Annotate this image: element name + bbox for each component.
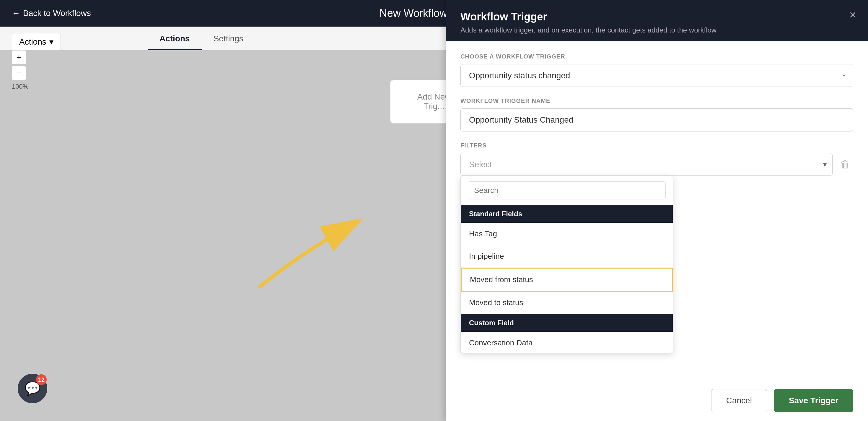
dropdown-group-custom-field: Custom Field <box>461 314 673 332</box>
trigger-name-input[interactable] <box>460 109 853 131</box>
zoom-percentage: 100% <box>12 83 28 90</box>
dropdown-item-moved-from-status[interactable]: Moved from status <box>461 268 673 292</box>
panel-title: Workflow Trigger <box>460 11 853 23</box>
filter-delete-button[interactable]: 🗑 <box>837 156 853 173</box>
filter-row: Select ▾ Standard Fields Has Tag In pipe… <box>460 153 853 176</box>
panel-footer: Cancel Save Trigger <box>446 380 868 421</box>
dropdown-search-container <box>461 176 673 205</box>
dropdown-search-input[interactable] <box>468 181 666 200</box>
filters-label: FILTERS <box>460 142 853 149</box>
dropdown-item-has-tag[interactable]: Has Tag <box>461 223 673 245</box>
actions-chevron-icon: ▾ <box>49 37 54 47</box>
choose-trigger-select[interactable]: Opportunity status changed <box>460 64 853 87</box>
filter-dropdown-popup: Standard Fields Has Tag In pipeline Move… <box>460 176 673 353</box>
save-trigger-button[interactable]: Save Trigger <box>774 389 853 412</box>
back-arrow-icon: ← <box>12 8 20 18</box>
right-panel: Workflow Trigger Adds a workflow trigger… <box>446 0 868 421</box>
dropdown-item-moved-to-status[interactable]: Moved to status <box>461 292 673 314</box>
trigger-name-label: WORKFLOW TRIGGER NAME <box>460 97 853 104</box>
actions-button[interactable]: Actions ▾ <box>12 33 61 51</box>
chat-icon-button[interactable]: 💬 12 <box>18 374 47 403</box>
actions-button-label: Actions <box>19 37 46 47</box>
filter-select-wrap: Select ▾ Standard Fields Has Tag In pipe… <box>460 153 833 176</box>
back-to-workflows-link[interactable]: ← Back to Workflows <box>12 8 91 18</box>
choose-trigger-label: CHOOSE A WORKFLOW TRIGGER <box>460 53 853 60</box>
back-label: Back to Workflows <box>23 8 91 18</box>
panel-close-button[interactable]: × <box>849 9 856 21</box>
panel-subtitle: Adds a workflow trigger, and on executio… <box>460 26 853 34</box>
tab-settings[interactable]: Settings <box>202 28 255 50</box>
dropdown-item-in-pipeline[interactable]: In pipeline <box>461 245 673 268</box>
zoom-in-button[interactable]: + <box>12 50 26 64</box>
dropdown-group-standard-fields: Standard Fields <box>461 205 673 223</box>
chat-badge: 12 <box>36 374 46 385</box>
zoom-controls: + − 100% <box>12 50 28 90</box>
tab-actions[interactable]: Actions <box>148 28 202 50</box>
cancel-button[interactable]: Cancel <box>711 389 767 412</box>
panel-body: CHOOSE A WORKFLOW TRIGGER Opportunity st… <box>446 41 868 380</box>
dropdown-item-conversation-data[interactable]: Conversation Data <box>461 332 673 353</box>
zoom-out-button[interactable]: − <box>12 66 26 80</box>
dropdown-list: Standard Fields Has Tag In pipeline Move… <box>461 205 673 353</box>
panel-header: Workflow Trigger Adds a workflow trigger… <box>446 0 868 41</box>
filter-select[interactable]: Select <box>460 153 833 176</box>
